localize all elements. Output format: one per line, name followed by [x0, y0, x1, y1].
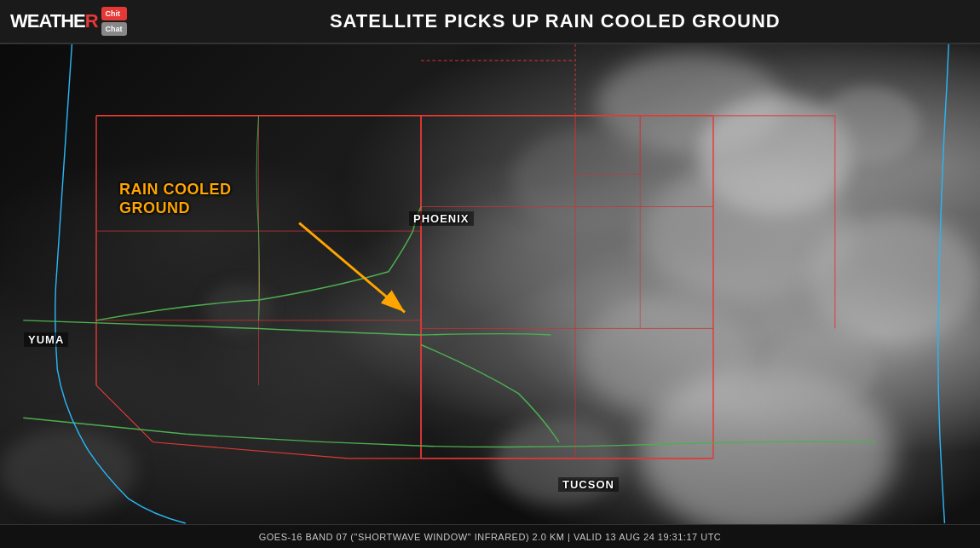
logo-chit-chat: Chit Chat: [101, 7, 127, 36]
annotation-text-line1: RAIN COOLED: [119, 181, 232, 199]
logo-chit: Chit: [101, 7, 127, 20]
svg-line-3: [153, 442, 349, 459]
city-label-yuma: YUMA: [24, 332, 68, 347]
app: WEATHER Chit Chat SATELLITE PICKS UP RAI…: [0, 0, 980, 548]
map-container: RAIN COOLED GROUND PHOENIX TUCSON YUMA: [0, 44, 980, 524]
header-title: SATELLITE PICKS UP RAIN COOLED GROUND: [141, 10, 970, 32]
logo-weather-text: WEATHER: [10, 10, 98, 32]
annotation-text-line2: GROUND: [119, 199, 232, 218]
logo-chat: Chat: [101, 22, 127, 36]
city-label-phoenix: PHOENIX: [409, 211, 474, 226]
annotation-label: RAIN COOLED GROUND: [119, 181, 232, 217]
tucson-label-text: TUCSON: [562, 478, 614, 491]
city-label-tucson: TUCSON: [558, 477, 619, 492]
footer: GOES-16 BAND 07 ("SHORTWAVE WINDOW" INFR…: [0, 524, 980, 548]
svg-line-2: [96, 385, 153, 442]
phoenix-label-text: PHOENIX: [413, 212, 470, 225]
annotation-box: RAIN COOLED GROUND: [119, 181, 232, 217]
header: WEATHER Chit Chat SATELLITE PICKS UP RAI…: [0, 0, 980, 44]
map-overlay: [0, 44, 980, 524]
footer-text: GOES-16 BAND 07 ("SHORTWAVE WINDOW" INFR…: [259, 532, 722, 542]
yuma-label-text: YUMA: [28, 333, 64, 346]
logo-r: R: [85, 10, 98, 32]
logo: WEATHER Chit Chat: [10, 7, 127, 36]
